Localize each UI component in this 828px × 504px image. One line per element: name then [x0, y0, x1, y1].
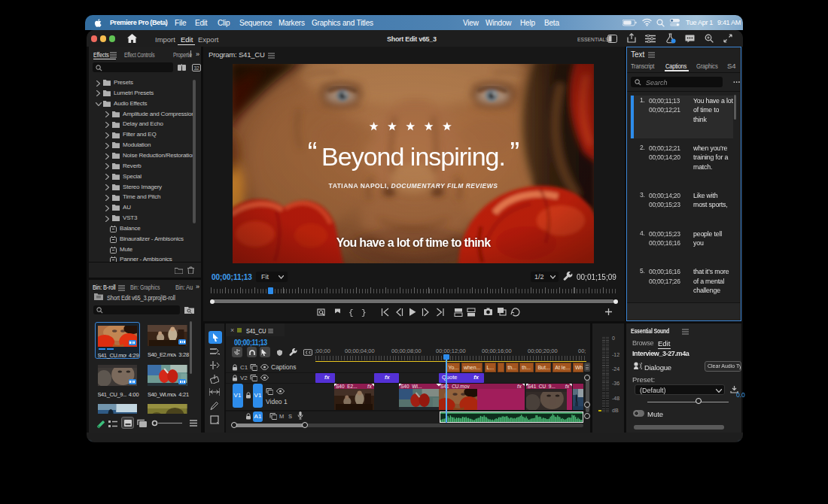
svg-text:{: { — [349, 308, 354, 317]
svg-text:32: 32 — [193, 65, 199, 70]
svg-text:}: } — [361, 308, 367, 317]
